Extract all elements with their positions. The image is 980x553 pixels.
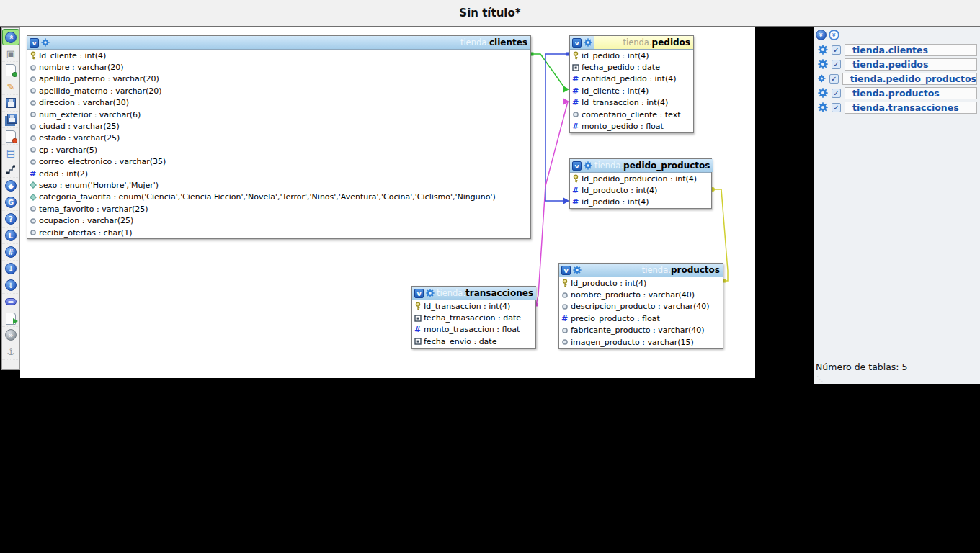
help-tool-button[interactable]: ? xyxy=(2,211,19,228)
field-row[interactable]: fecha_pedido : date xyxy=(570,61,693,73)
field-row[interactable]: ocupacion : varchar(25) xyxy=(27,215,530,226)
resize-grip[interactable]: ⋱ xyxy=(816,375,823,383)
table-list-label[interactable]: tienda.transacciones xyxy=(845,102,977,114)
layer-tool-button[interactable]: ◆ xyxy=(2,178,19,194)
table-pedidos[interactable]: vtienda.pedidosid_pedido : int(4)fecha_p… xyxy=(569,35,694,133)
table-visible-checkbox[interactable]: ✓ xyxy=(829,74,839,84)
field-icon-wrap: # xyxy=(571,122,579,130)
collapse-all-button[interactable]: » xyxy=(829,30,839,40)
properties-tool-button[interactable]: ▤ xyxy=(2,145,19,161)
expand-badge-icon[interactable]: v xyxy=(572,161,582,171)
more-tool-button[interactable]: » xyxy=(2,327,19,343)
field-text: apellido_materno : varchar(20) xyxy=(39,86,162,96)
grid-tool-button[interactable]: # xyxy=(2,244,19,261)
field-row[interactable]: Id_pedido_produccion : int(4) xyxy=(570,173,711,184)
field-row[interactable]: num_exterior : varchar(6) xyxy=(27,109,530,120)
field-row[interactable]: #edad : int(2) xyxy=(27,168,530,179)
field-row[interactable]: tema_favorito : varchar(25) xyxy=(27,203,530,215)
save-tool-button[interactable] xyxy=(2,95,19,112)
export-tool-button[interactable] xyxy=(2,310,19,327)
field-row[interactable]: Id_transaccion : int(4) xyxy=(412,300,535,312)
table-visible-checkbox[interactable]: ✓ xyxy=(832,60,841,69)
table-list-label[interactable]: tienda.pedidos xyxy=(845,58,977,71)
delete-diagram-tool-button[interactable] xyxy=(2,128,19,145)
table-transacciones[interactable]: vtienda.transaccionesId_transaccion : in… xyxy=(411,286,536,349)
fit-view-tool-button[interactable]: ▣ xyxy=(2,45,19,62)
download-all-tool-button[interactable]: ⇓ xyxy=(2,277,19,294)
field-row[interactable]: cp : varchar(5) xyxy=(27,144,530,156)
save-all-tool-button[interactable] xyxy=(2,112,19,128)
table-visible-checkbox[interactable]: ✓ xyxy=(832,45,841,55)
table-productos[interactable]: vtienda.productosId_producto : int(4)nom… xyxy=(558,263,723,349)
field-row[interactable]: categoria_favorita : enum('Ciencia','Cie… xyxy=(27,192,530,203)
field-row[interactable]: fecha_trnasaccion : date xyxy=(412,312,535,323)
field-row[interactable]: estado : varchar(25) xyxy=(27,132,530,144)
field-icon-wrap xyxy=(571,111,579,118)
overview-tool-button[interactable]: » xyxy=(2,29,19,45)
anchor-tool-button[interactable]: ⚓ xyxy=(2,343,19,360)
field-icon-wrap xyxy=(414,302,422,310)
browse-tool-button[interactable]: G xyxy=(2,194,19,211)
schema-prefix: tienda. xyxy=(642,265,671,275)
download-tool-button[interactable]: ↓ xyxy=(2,261,19,277)
table-visible-checkbox[interactable]: ✓ xyxy=(832,103,841,112)
table-list-label[interactable]: tienda.clientes xyxy=(845,44,977,56)
table-pedido_productos[interactable]: vtienda.pedido_productosId_pedido_produc… xyxy=(569,158,712,209)
table-header-pedido_productos[interactable]: vtienda.pedido_productos xyxy=(570,159,711,173)
expand-badge-icon[interactable]: v xyxy=(414,289,424,298)
eraser-tool-button[interactable] xyxy=(2,294,19,310)
field-row[interactable]: ciudad : varchar(25) xyxy=(27,120,530,132)
field-row[interactable]: #monto_pedido : float xyxy=(570,120,693,132)
table-header-pedidos[interactable]: vtienda.pedidos xyxy=(570,36,693,50)
expand-badge-icon[interactable]: v xyxy=(30,38,39,48)
field-row[interactable]: nombre_producto : varchar(40) xyxy=(559,289,723,300)
edit-tool-button[interactable]: ✎ xyxy=(2,78,19,95)
field-icon-wrap: # xyxy=(571,186,579,194)
table-title: tienda.pedido_productos xyxy=(594,159,713,172)
field-icon-wrap xyxy=(29,181,37,189)
expand-badge-icon[interactable]: v xyxy=(561,266,571,275)
field-row[interactable]: #monto_trasaccion : float xyxy=(412,324,535,336)
field-row[interactable]: id_pedido : int(4) xyxy=(570,50,693,61)
field-row[interactable]: sexo : enum('Hombre','Mujer') xyxy=(27,179,530,191)
history-tool-button[interactable]: L xyxy=(2,228,19,244)
table-list-label[interactable]: tienda.productos xyxy=(845,87,977,99)
field-row[interactable]: nombre : varchar(20) xyxy=(27,61,530,73)
new-diagram-tool-button[interactable] xyxy=(2,62,19,78)
field-row[interactable]: #precio_producto : float xyxy=(559,313,723,324)
table-header-productos[interactable]: vtienda.productos xyxy=(559,264,723,277)
expand-all-button[interactable]: » xyxy=(816,30,827,40)
table-visible-checkbox[interactable]: ✓ xyxy=(832,89,841,98)
table-header-clientes[interactable]: vtienda.clientes xyxy=(27,36,530,50)
table-list-label[interactable]: tienda.pedido_productos xyxy=(842,73,977,85)
expand-badge-icon[interactable]: v xyxy=(572,38,582,48)
field-icon-wrap xyxy=(29,205,37,212)
field-row[interactable]: #Id_transaccion : int(4) xyxy=(570,97,693,109)
table-header-icons: v xyxy=(570,159,594,172)
field-row[interactable]: #cantidad_pedido : int(4) xyxy=(570,73,693,85)
field-row[interactable]: recibir_ofertas : char(1) xyxy=(27,227,530,238)
table-header-transacciones[interactable]: vtienda.transacciones xyxy=(412,287,535,300)
field-row[interactable]: correo_electronico : varchar(35) xyxy=(27,156,530,168)
field-row[interactable]: descripcion_producto : varchar(40) xyxy=(559,301,723,313)
field-text: precio_producto : float xyxy=(571,314,660,323)
field-row[interactable]: comentario_cliente : text xyxy=(570,109,693,120)
table-clientes[interactable]: vtienda.clientesId_cliente : int(4)nombr… xyxy=(27,35,531,239)
field-row[interactable]: #id_pedido : int(4) xyxy=(570,197,711,208)
table-header-icons: v xyxy=(27,36,52,49)
field-row[interactable]: Id_cliente : int(4) xyxy=(27,50,530,61)
field-row[interactable]: direccion : varchar(30) xyxy=(27,97,530,109)
diagram-canvas[interactable]: vtienda.clientesId_cliente : int(4)nombr… xyxy=(20,27,755,378)
relationship-clientes-pedidos[interactable] xyxy=(532,54,566,89)
field-row[interactable]: apellido_materno : varchar(20) xyxy=(27,85,530,96)
connector-tool-button[interactable] xyxy=(2,161,19,178)
edit-tool-icon: ✎ xyxy=(7,82,15,91)
field-row[interactable]: Id_producto : int(4) xyxy=(559,277,723,289)
field-icon-wrap xyxy=(561,292,569,299)
field-row[interactable]: #Id_producto : int(4) xyxy=(570,184,711,196)
field-row[interactable]: fabricante_producto : varchar(40) xyxy=(559,325,723,336)
field-row[interactable]: apellido_paterno : varchar(20) xyxy=(27,73,530,85)
field-row[interactable]: imagen_producto : varchar(15) xyxy=(559,336,723,348)
field-row[interactable]: fecha_envio : date xyxy=(412,336,535,347)
field-row[interactable]: #Id_cliente : int(4) xyxy=(570,85,693,96)
